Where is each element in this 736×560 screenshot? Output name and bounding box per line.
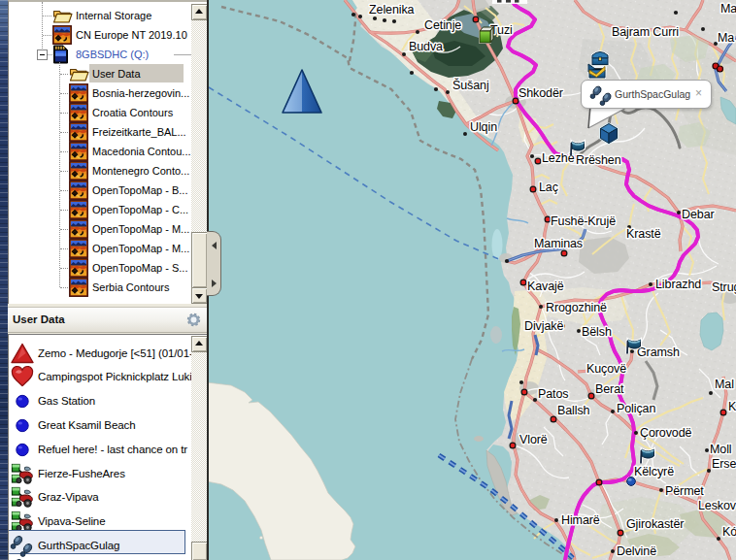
map-label-k: K — [728, 400, 736, 413]
map-town-dot-k-lcyr — [596, 479, 602, 485]
map-label-ulqin: Ulqin — [470, 120, 497, 134]
map-town-dot-vlor — [510, 443, 516, 448]
tree-item-montenegro-conto[interactable]: Montenegro Conto... — [9, 161, 208, 181]
splitter-expand-icon — [212, 280, 217, 287]
map-marker-waypoint-green-box[interactable] — [480, 27, 493, 43]
map-label-poli-an: Poliçan — [617, 402, 655, 415]
tree-item-cn-europe-nt-2019-10[interactable]: CN Europe NT 2019.10 — [9, 25, 208, 45]
list-scroll-thumb[interactable] — [191, 542, 208, 560]
tree-item-opentopomap-m[interactable]: OpenTopoMap - M... — [9, 219, 208, 239]
tree-connector — [60, 287, 68, 289]
map-town-dot-berat — [588, 393, 594, 399]
user-data-item-great-ksamil-beach[interactable]: Great Ksamil Beach — [9, 413, 208, 438]
user-data-item-refuel-here-last-chance-on-tr[interactable]: Refuel here! - last chance on tr — [9, 438, 208, 462]
map-town-dot-maminas — [561, 250, 567, 256]
user-data-item-graz-vipava[interactable]: Graz-Vipava — [9, 485, 208, 510]
map-clipped-label — [492, 0, 527, 4]
tree-connector — [60, 171, 68, 173]
map-label-orovod: Çorovodë — [640, 426, 692, 440]
footprints-icon — [10, 534, 35, 558]
tree-item-serbia-contours[interactable]: Serbia Contours — [9, 278, 208, 297]
tree-connector — [60, 190, 68, 192]
mapset-icon — [69, 83, 88, 103]
tree-item-label: OpenTopoMap - B... — [92, 184, 187, 196]
map-town-dot — [533, 398, 537, 402]
tree-item-label: OpenTopoMap - S... — [92, 262, 187, 274]
map-label-patos: Patos — [538, 387, 568, 401]
tree-item-opentopomap-c[interactable]: OpenTopoMap - C... — [9, 200, 208, 219]
list-scroll-up-button[interactable] — [191, 336, 208, 352]
map-town-dot-orovod — [634, 431, 638, 435]
map-town-dot — [434, 87, 438, 91]
map-town-dot-ballsh — [551, 416, 556, 422]
map-label-p-rmet: Përmet — [665, 484, 704, 498]
scroll-down-icon — [195, 294, 203, 299]
map-label-shkod-r: Shkodër — [519, 86, 563, 100]
tree-item-internal-storage[interactable]: Internal Storage — [9, 6, 208, 25]
tree-scroll-down-button[interactable] — [191, 287, 208, 304]
map-label-k-lcyr: Këlcyrë — [634, 465, 674, 478]
map-label-librazhd: Librazhd — [655, 278, 701, 291]
map-town-dot-erse — [707, 469, 711, 473]
map-town-dot — [351, 13, 355, 16]
map-label-strug: Strug — [712, 280, 736, 294]
tree-item-opentopomap-s[interactable]: OpenTopoMap - S... — [9, 258, 208, 278]
tree-item-label: OpenTopoMap - M... — [92, 223, 189, 235]
track-motorcycle-icon — [10, 462, 35, 486]
map-label-gjirokast-r: Gjirokastër — [626, 517, 684, 531]
tree-item-user-data[interactable]: User Data — [9, 64, 208, 83]
left-panel-column: Internal Storage CN Europe NT 2019.10 8G… — [8, 0, 208, 560]
map-label-k: Kó — [722, 525, 736, 539]
map-town-dot-b-lsh — [577, 329, 581, 333]
panel-splitter-handle[interactable] — [207, 231, 221, 296]
track-tooltip[interactable]: GurthSpacGulag × — [581, 80, 712, 109]
folder-icon — [69, 64, 88, 83]
user-data-item-gas-station[interactable]: Gas Station — [9, 389, 208, 413]
map-marker-waypoint-chest[interactable] — [592, 52, 608, 65]
tree-item-macedonia-contou[interactable]: Macedonia Contou... — [9, 142, 208, 161]
scroll-up-icon — [195, 9, 203, 14]
map-town-dot-k — [717, 537, 720, 541]
tree-scroll-thumb[interactable] — [191, 232, 208, 288]
tree-item-opentopomap-m[interactable]: OpenTopoMap - M... — [9, 239, 208, 258]
map-town-dot — [383, 18, 386, 22]
user-data-header: User Data — [8, 307, 208, 333]
tree-connector — [59, 62, 61, 287]
tree-item-label: CN Europe NT 2019.10 — [76, 29, 187, 41]
tree-item-opentopomap-b[interactable]: OpenTopoMap - B... — [9, 181, 208, 200]
tree-item-label: Macedonia Contou... — [92, 146, 191, 157]
map-town-dot-k — [720, 410, 726, 415]
user-data-item-zemo-medugorje-51-01-01[interactable]: Zemo - Medugorje [<51] (01/01- — [9, 342, 208, 366]
tree-item-bosnia-herzegovin[interactable]: Bosnia-herzegovin... — [9, 83, 208, 103]
map-label-himar: Himarë — [561, 513, 600, 527]
basecamp-window: Internal Storage CN Europe NT 2019.10 8G… — [0, 0, 736, 560]
blue-circle-icon — [10, 413, 35, 438]
tree-item-label: Montenegro Conto... — [92, 165, 189, 177]
gear-icon[interactable] — [185, 312, 202, 328]
mapset-icon — [69, 219, 88, 239]
map-town-dot-kavaj — [520, 280, 526, 285]
user-data-item-fierze-fusheares[interactable]: Fierze-FusheAres — [9, 462, 208, 486]
map-town-dot-u-anj — [446, 90, 450, 94]
map-marker-waypoint-circle[interactable] — [626, 477, 636, 486]
red-triangle-icon — [10, 342, 35, 366]
tree-connector — [60, 132, 68, 134]
tree-item-label: User Data — [92, 68, 141, 80]
map-town-dot-patos — [521, 389, 527, 395]
tree-connector — [48, 54, 52, 56]
map-label-leskov: Leskov — [698, 499, 736, 512]
splitter-collapse-icon — [212, 242, 217, 249]
map-label-maminas: Maminas — [534, 237, 583, 250]
map-marker-waypoint-chest-open[interactable] — [588, 64, 606, 78]
tree-item-freizeitkarte-bal[interactable]: Freizeitkarte_BAL... — [9, 122, 208, 142]
tree-connector — [43, 35, 51, 37]
tree-collapse-toggle[interactable] — [37, 49, 48, 60]
user-data-item-campingspot-picknickplatz-luki[interactable]: Campingspot Picknickplatz Luki — [9, 365, 208, 389]
tree-item-croatia-contours[interactable]: Croatia Contours — [9, 103, 208, 122]
tooltip-close-icon[interactable]: × — [695, 87, 702, 100]
tree-scroll-up-button[interactable] — [191, 4, 208, 20]
user-data-item-gurthspacgulag[interactable]: GurthSpacGulag — [9, 534, 208, 558]
map-canvas[interactable]: ZelenikaCetinjeBudvaTuziŠušanjShkodërUlq… — [207, 0, 736, 560]
tree-connector — [60, 93, 68, 95]
map-label-cetinje: Cetinje — [424, 18, 461, 32]
